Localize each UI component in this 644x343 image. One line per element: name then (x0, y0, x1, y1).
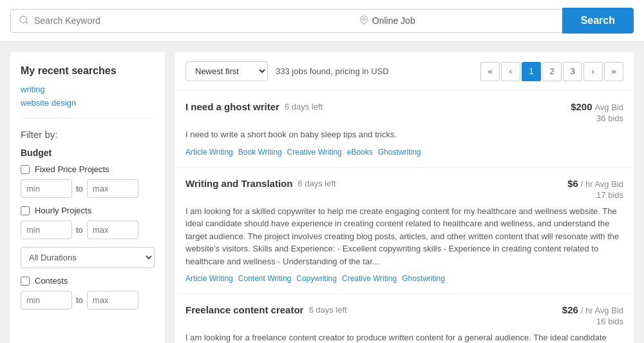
hourly-row: Hourly Projects (21, 206, 155, 215)
job-tag[interactable]: Copywriting (296, 274, 337, 283)
job-tag[interactable]: Creative Writing (342, 274, 397, 283)
location-input[interactable] (372, 15, 554, 26)
svg-line-1 (26, 22, 28, 24)
job-bids-count: 17 bids (567, 190, 623, 200)
results-count: 333 jobs found, pricing in USD (276, 66, 389, 76)
sort-select[interactable]: Newest first Oldest first Highest bid Lo… (185, 61, 268, 81)
results-header: Newest first Oldest first Highest bid Lo… (175, 52, 634, 91)
job-tag[interactable]: Creative Writing (287, 148, 342, 157)
job-listing-3: Freelance content creator 6 days left $2… (175, 294, 634, 343)
contests-label: Contests (35, 276, 68, 286)
search-bar: Search (0, 0, 644, 42)
job-title-row: I need a ghost writer 6 days left (185, 101, 323, 112)
job-bids-count: 16 bids (562, 317, 623, 326)
job-description: I am looking for a freelance content cre… (185, 331, 623, 343)
job-tags: Article WritingBook WritingCreative Writ… (185, 148, 623, 157)
recent-search-item-1[interactable]: writing (21, 84, 155, 94)
job-tag[interactable]: Ghostwriting (378, 148, 421, 157)
search-button[interactable]: Search (562, 8, 634, 34)
job-header: Writing and Translation 6 days left $6 /… (185, 178, 623, 200)
location-wrapper (352, 9, 562, 33)
job-tag[interactable]: Article Writing (185, 274, 233, 283)
sidebar: My recent searches writing website desig… (10, 52, 165, 343)
job-bid-amount: $200 Avg Bid (571, 101, 623, 112)
job-description: I need to write a short book on baby sle… (185, 128, 623, 141)
fixed-price-to: to (76, 184, 83, 193)
job-tag[interactable]: Article Writing (185, 148, 233, 157)
filter-title: Filter by: (21, 129, 155, 140)
fixed-price-checkbox[interactable] (21, 165, 30, 174)
job-listings: I need a ghost writer 6 days left $200 A… (175, 91, 634, 343)
job-listing-1: I need a ghost writer 6 days left $200 A… (175, 91, 634, 168)
content-area: Newest first Oldest first Highest bid Lo… (175, 52, 634, 343)
job-days: 6 days left (298, 179, 336, 188)
hourly-to: to (76, 225, 83, 235)
job-bid-amount: $26 / hr Avg Bid (562, 304, 623, 315)
hourly-max[interactable] (87, 220, 138, 239)
hourly-checkbox[interactable] (21, 206, 30, 215)
job-days: 6 days left (308, 305, 346, 315)
page-1-btn[interactable]: 1 (522, 62, 541, 81)
job-header: I need a ghost writer 6 days left $200 A… (185, 101, 623, 123)
budget-label: Budget (21, 148, 155, 158)
fixed-price-range: to (21, 179, 155, 198)
job-title[interactable]: Freelance content creator (185, 304, 303, 315)
page-next-btn[interactable]: › (583, 62, 603, 81)
job-title[interactable]: Writing and Translation (185, 178, 292, 189)
fixed-price-max[interactable] (87, 179, 138, 198)
hourly-range: to (21, 220, 155, 239)
job-bid: $26 / hr Avg Bid 16 bids (562, 304, 623, 326)
hourly-label: Hourly Projects (35, 206, 91, 215)
contests-min[interactable] (21, 291, 72, 309)
pagination: « ‹ 1 2 3 › » (480, 62, 623, 81)
fixed-price-row: Fixed Price Projects (21, 164, 155, 174)
job-title-row: Writing and Translation 6 days left (185, 178, 336, 189)
svg-point-2 (363, 18, 365, 20)
keyword-wrapper (10, 9, 352, 33)
page-prev-btn[interactable]: ‹ (501, 62, 520, 81)
page-2-btn[interactable]: 2 (542, 62, 562, 81)
recent-searches-title: My recent searches (21, 65, 155, 77)
job-title-row: Freelance content creator 6 days left (185, 304, 347, 315)
contests-max[interactable] (87, 291, 138, 309)
job-bid: $200 Avg Bid 36 bids (571, 101, 623, 123)
contests-to: to (76, 295, 83, 305)
job-tags: Article WritingContent WritingCopywritin… (185, 274, 623, 283)
job-days: 6 days left (285, 102, 323, 112)
svg-point-0 (20, 16, 27, 23)
duration-select[interactable]: All Durations (21, 247, 155, 268)
job-tag[interactable]: Book Writing (238, 148, 282, 157)
job-description: I am looking for a skilled copywriter to… (185, 205, 623, 268)
job-title[interactable]: I need a ghost writer (185, 101, 279, 112)
job-listing-2: Writing and Translation 6 days left $6 /… (175, 168, 634, 295)
job-tag[interactable]: Content Writing (238, 274, 291, 283)
page-first-btn[interactable]: « (480, 62, 500, 81)
search-icon (19, 15, 29, 27)
job-tag[interactable]: eBooks (347, 148, 373, 157)
hourly-min[interactable] (21, 220, 72, 239)
page-last-btn[interactable]: » (604, 62, 623, 81)
fixed-price-label: Fixed Price Projects (35, 164, 109, 174)
contests-range: to (21, 291, 155, 309)
page-3-btn[interactable]: 3 (563, 62, 582, 81)
recent-search-item-2[interactable]: website design (21, 98, 155, 108)
contests-checkbox[interactable] (21, 277, 30, 286)
main-layout: My recent searches writing website desig… (0, 42, 644, 343)
job-tag[interactable]: Ghostwriting (402, 274, 445, 283)
contests-row: Contests (21, 276, 155, 286)
job-bid: $6 / hr Avg Bid 17 bids (567, 178, 623, 200)
search-keyword-input[interactable] (34, 15, 344, 26)
location-icon (359, 15, 368, 27)
job-bids-count: 36 bids (571, 113, 623, 123)
sidebar-divider (21, 118, 155, 119)
job-bid-amount: $6 / hr Avg Bid (567, 178, 623, 189)
job-header: Freelance content creator 6 days left $2… (185, 304, 623, 326)
sort-wrapper: Newest first Oldest first Highest bid Lo… (185, 61, 389, 81)
fixed-price-min[interactable] (21, 179, 72, 198)
